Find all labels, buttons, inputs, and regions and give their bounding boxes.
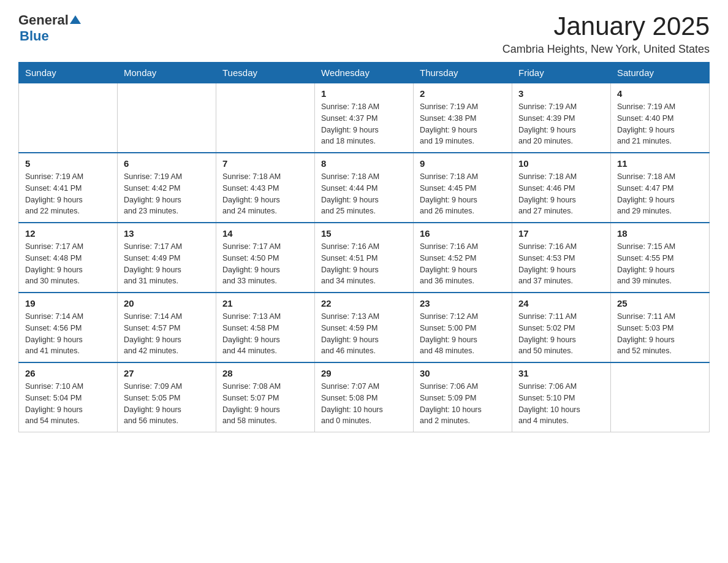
- svg-marker-0: [70, 15, 81, 24]
- title-section: January 2025 Cambria Heights, New York, …: [502, 12, 710, 56]
- calendar-cell: 27Sunrise: 7:09 AMSunset: 5:05 PMDayligh…: [118, 362, 216, 432]
- day-info: Sunrise: 7:18 AMSunset: 4:44 PMDaylight:…: [321, 171, 407, 217]
- calendar-cell: 6Sunrise: 7:19 AMSunset: 4:42 PMDaylight…: [118, 153, 216, 223]
- day-info: Sunrise: 7:18 AMSunset: 4:37 PMDaylight:…: [321, 101, 407, 147]
- day-info: Sunrise: 7:19 AMSunset: 4:38 PMDaylight:…: [420, 101, 506, 147]
- day-info: Sunrise: 7:17 AMSunset: 4:49 PMDaylight:…: [124, 241, 210, 287]
- day-number: 5: [25, 158, 111, 169]
- weekday-header-saturday: Saturday: [611, 63, 710, 83]
- day-number: 25: [617, 298, 703, 308]
- day-info: Sunrise: 7:19 AMSunset: 4:42 PMDaylight:…: [124, 171, 210, 217]
- weekday-header-friday: Friday: [512, 63, 611, 83]
- day-info: Sunrise: 7:18 AMSunset: 4:47 PMDaylight:…: [617, 171, 703, 217]
- day-number: 30: [420, 368, 506, 378]
- calendar-cell: 23Sunrise: 7:12 AMSunset: 5:00 PMDayligh…: [414, 293, 512, 362]
- weekday-header-thursday: Thursday: [414, 63, 512, 83]
- day-info: Sunrise: 7:16 AMSunset: 4:52 PMDaylight:…: [420, 241, 506, 287]
- calendar-cell: 29Sunrise: 7:07 AMSunset: 5:08 PMDayligh…: [315, 362, 414, 432]
- logo: General Blue: [18, 12, 81, 44]
- calendar-cell: 19Sunrise: 7:14 AMSunset: 4:56 PMDayligh…: [19, 293, 118, 362]
- day-number: 3: [518, 88, 604, 99]
- calendar-cell: 18Sunrise: 7:15 AMSunset: 4:55 PMDayligh…: [611, 223, 710, 293]
- calendar-cell: 14Sunrise: 7:17 AMSunset: 4:50 PMDayligh…: [216, 223, 315, 293]
- calendar-cell: 30Sunrise: 7:06 AMSunset: 5:09 PMDayligh…: [414, 362, 512, 432]
- weekday-header-monday: Monday: [118, 63, 216, 83]
- calendar-cell: 12Sunrise: 7:17 AMSunset: 4:48 PMDayligh…: [19, 223, 118, 293]
- day-info: Sunrise: 7:19 AMSunset: 4:41 PMDaylight:…: [25, 171, 111, 217]
- day-number: 4: [617, 88, 703, 99]
- day-number: 6: [124, 158, 210, 169]
- day-number: 2: [420, 88, 506, 99]
- calendar-cell: 2Sunrise: 7:19 AMSunset: 4:38 PMDaylight…: [414, 83, 512, 153]
- day-number: 28: [222, 368, 308, 378]
- day-number: 13: [124, 228, 210, 239]
- day-info: Sunrise: 7:18 AMSunset: 4:45 PMDaylight:…: [420, 171, 506, 217]
- day-info: Sunrise: 7:15 AMSunset: 4:55 PMDaylight:…: [617, 241, 703, 287]
- day-info: Sunrise: 7:07 AMSunset: 5:08 PMDaylight:…: [321, 381, 407, 427]
- day-number: 15: [321, 228, 407, 239]
- calendar-cell: 9Sunrise: 7:18 AMSunset: 4:45 PMDaylight…: [414, 153, 512, 223]
- day-info: Sunrise: 7:12 AMSunset: 5:00 PMDaylight:…: [420, 311, 506, 357]
- calendar-cell: 8Sunrise: 7:18 AMSunset: 4:44 PMDaylight…: [315, 153, 414, 223]
- day-info: Sunrise: 7:19 AMSunset: 4:39 PMDaylight:…: [518, 101, 604, 147]
- logo-blue: Blue: [20, 28, 49, 44]
- day-number: 1: [321, 88, 407, 99]
- day-info: Sunrise: 7:11 AMSunset: 5:03 PMDaylight:…: [617, 311, 703, 357]
- day-info: Sunrise: 7:14 AMSunset: 4:56 PMDaylight:…: [25, 311, 111, 357]
- day-number: 7: [222, 158, 308, 169]
- weekday-header-tuesday: Tuesday: [216, 63, 315, 83]
- calendar-cell: 22Sunrise: 7:13 AMSunset: 4:59 PMDayligh…: [315, 293, 414, 362]
- day-info: Sunrise: 7:19 AMSunset: 4:40 PMDaylight:…: [617, 101, 703, 147]
- calendar-week-row: 5Sunrise: 7:19 AMSunset: 4:41 PMDaylight…: [19, 153, 710, 223]
- location-title: Cambria Heights, New York, United States: [502, 43, 710, 56]
- day-number: 20: [124, 298, 210, 308]
- calendar-cell: 7Sunrise: 7:18 AMSunset: 4:43 PMDaylight…: [216, 153, 315, 223]
- day-number: 26: [25, 368, 111, 378]
- calendar-cell: 21Sunrise: 7:13 AMSunset: 4:58 PMDayligh…: [216, 293, 315, 362]
- calendar-week-row: 19Sunrise: 7:14 AMSunset: 4:56 PMDayligh…: [19, 293, 710, 362]
- calendar-cell: [118, 83, 216, 153]
- calendar-cell: 3Sunrise: 7:19 AMSunset: 4:39 PMDaylight…: [512, 83, 611, 153]
- calendar-cell: [19, 83, 118, 153]
- day-number: 19: [25, 298, 111, 308]
- day-info: Sunrise: 7:13 AMSunset: 4:58 PMDaylight:…: [222, 311, 308, 357]
- day-info: Sunrise: 7:09 AMSunset: 5:05 PMDaylight:…: [124, 381, 210, 427]
- day-info: Sunrise: 7:11 AMSunset: 5:02 PMDaylight:…: [518, 311, 604, 357]
- calendar-cell: [611, 362, 710, 432]
- day-number: 22: [321, 298, 407, 308]
- logo-triangle-icon: [70, 14, 81, 25]
- month-title: January 2025: [502, 12, 710, 40]
- day-number: 31: [518, 368, 604, 378]
- day-number: 11: [617, 158, 703, 169]
- calendar-cell: 16Sunrise: 7:16 AMSunset: 4:52 PMDayligh…: [414, 223, 512, 293]
- day-number: 10: [518, 158, 604, 169]
- day-number: 14: [222, 228, 308, 239]
- day-info: Sunrise: 7:16 AMSunset: 4:51 PMDaylight:…: [321, 241, 407, 287]
- calendar-cell: 28Sunrise: 7:08 AMSunset: 5:07 PMDayligh…: [216, 362, 315, 432]
- day-info: Sunrise: 7:16 AMSunset: 4:53 PMDaylight:…: [518, 241, 604, 287]
- day-number: 8: [321, 158, 407, 169]
- day-info: Sunrise: 7:06 AMSunset: 5:10 PMDaylight:…: [518, 381, 604, 427]
- calendar-cell: 31Sunrise: 7:06 AMSunset: 5:10 PMDayligh…: [512, 362, 611, 432]
- weekday-header-sunday: Sunday: [19, 63, 118, 83]
- day-number: 27: [124, 368, 210, 378]
- day-info: Sunrise: 7:17 AMSunset: 4:50 PMDaylight:…: [222, 241, 308, 287]
- calendar-cell: 10Sunrise: 7:18 AMSunset: 4:46 PMDayligh…: [512, 153, 611, 223]
- logo-general: General: [18, 12, 69, 28]
- day-info: Sunrise: 7:08 AMSunset: 5:07 PMDaylight:…: [222, 381, 308, 427]
- calendar-cell: 11Sunrise: 7:18 AMSunset: 4:47 PMDayligh…: [611, 153, 710, 223]
- day-number: 17: [518, 228, 604, 239]
- calendar-cell: 17Sunrise: 7:16 AMSunset: 4:53 PMDayligh…: [512, 223, 611, 293]
- weekday-header-wednesday: Wednesday: [315, 63, 414, 83]
- day-info: Sunrise: 7:10 AMSunset: 5:04 PMDaylight:…: [25, 381, 111, 427]
- day-number: 9: [420, 158, 506, 169]
- calendar-header-row: SundayMondayTuesdayWednesdayThursdayFrid…: [19, 63, 710, 83]
- day-info: Sunrise: 7:13 AMSunset: 4:59 PMDaylight:…: [321, 311, 407, 357]
- day-number: 23: [420, 298, 506, 308]
- day-number: 29: [321, 368, 407, 378]
- calendar-table: SundayMondayTuesdayWednesdayThursdayFrid…: [18, 62, 710, 432]
- day-number: 12: [25, 228, 111, 239]
- calendar-cell: [216, 83, 315, 153]
- page-header: General Blue January 2025 Cambria Height…: [18, 12, 710, 56]
- calendar-week-row: 1Sunrise: 7:18 AMSunset: 4:37 PMDaylight…: [19, 83, 710, 153]
